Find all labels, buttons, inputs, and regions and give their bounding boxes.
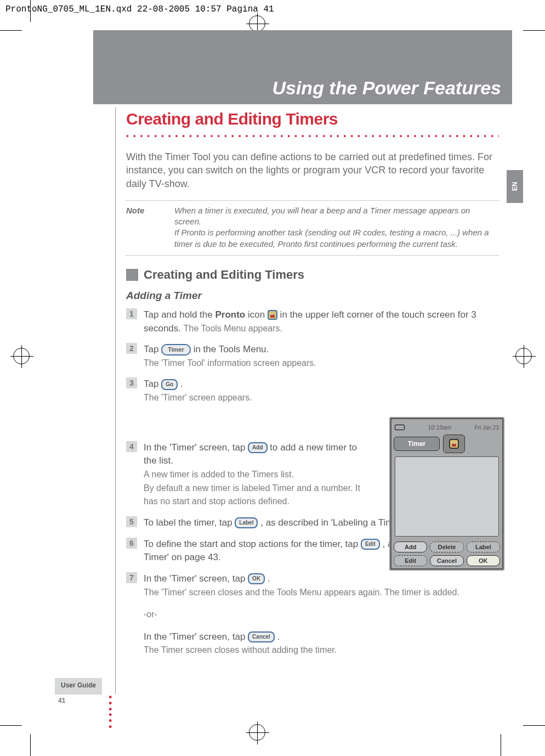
page-title: Creating and Editing Timers: [126, 110, 499, 128]
registration-mark: [249, 724, 265, 741]
step-text: Tap: [144, 344, 161, 354]
step-text: .: [277, 631, 280, 642]
registration-mark: [515, 348, 532, 364]
pronto-icon: [268, 310, 277, 320]
chapter-title: Using the Power Features: [272, 77, 501, 99]
step: 2 Tap Timer in the Tools Menu. The 'Time…: [126, 343, 499, 370]
screenshot-cancel-button: Cancel: [430, 555, 463, 566]
label-button-icon: Label: [235, 517, 258, 528]
file-slug: ProntoNG_0705_ML_1EN.qxd 22-08-2005 10:5…: [5, 4, 274, 14]
crop-mark: [30, 734, 31, 756]
step-subtext: The 'Timer' screen appears.: [144, 393, 252, 402]
step: 1 Tap and hold the Pronto icon in the up…: [126, 308, 499, 335]
screenshot-time: 10:19am: [428, 424, 451, 431]
crop-mark: [0, 30, 22, 31]
step-subtext: The 'Timer Tool' information screen appe…: [144, 358, 316, 368]
ok-button-icon: OK: [248, 573, 265, 584]
step-number: 7: [126, 572, 137, 583]
registration-mark: [249, 15, 265, 32]
crop-mark: [523, 30, 545, 31]
screenshot-delete-button: Delete: [430, 541, 463, 552]
crop-mark: [523, 725, 545, 726]
step-text: In the 'Timer' screen, tap: [144, 442, 248, 453]
screenshot-add-button: Add: [394, 541, 427, 552]
step-text: In the 'Timer' screen, tap: [144, 631, 248, 642]
step-text: To label the timer, tap: [144, 517, 235, 528]
step-number: 3: [126, 377, 137, 388]
add-button-icon: Add: [248, 442, 267, 453]
step-text: Tap and hold the: [144, 309, 215, 320]
section-title: Creating and Editing Timers: [144, 268, 304, 282]
step-text: Tap: [144, 379, 161, 389]
screenshot-date: Fri Jan 23: [475, 425, 499, 431]
left-rule: [115, 107, 116, 694]
step-text: .: [268, 573, 270, 584]
note-box: Note When a timer is executed, you will …: [126, 200, 499, 256]
go-button-icon: Go: [161, 379, 178, 390]
screenshot-ok-button: OK: [467, 555, 500, 566]
edit-button-icon: Edit: [361, 539, 380, 550]
step-text: To define the start and stop actions for…: [144, 539, 361, 549]
crop-mark: [0, 725, 22, 726]
margin-dots: • • • • • •: [109, 695, 112, 730]
step-text: In the 'Timer' screen, tap: [144, 573, 248, 584]
pronto-icon: [443, 435, 465, 453]
chapter-header: Using the Power Features: [93, 44, 512, 104]
step-number: 5: [126, 516, 137, 527]
header-grey-band: [93, 30, 512, 44]
timer-button-icon: Timer: [161, 344, 191, 356]
subsection-title: Adding a Timer: [126, 290, 499, 302]
step-subtext: The Timer screen closes without adding t…: [144, 645, 337, 655]
screenshot-body: [395, 456, 499, 537]
step-subtext: The 'Timer' screen closes and the Tools …: [144, 588, 459, 597]
language-tab: EN: [507, 170, 523, 203]
step-number: 1: [126, 308, 137, 319]
step-subtext: The Tools Menu appears.: [184, 324, 282, 333]
battery-icon: [395, 425, 405, 430]
step-number: 4: [126, 441, 137, 452]
step-text: icon: [245, 309, 268, 320]
step-subtext: By default a new timer is labeled Timer …: [144, 483, 360, 506]
section-marker: [126, 269, 138, 281]
cancel-button-icon: Cancel: [248, 631, 275, 642]
title-dots: • • • • • • • • • • • • • • • • • • • • …: [126, 132, 499, 140]
step: 7 In the 'Timer' screen, tap OK . The 'T…: [126, 572, 499, 657]
intro-paragraph: With the Timer Tool you can define actio…: [126, 150, 499, 190]
step-number: 6: [126, 538, 137, 549]
crop-mark: [501, 734, 501, 756]
note-text: When a timer is executed, you will hear …: [174, 206, 470, 226]
step-subtext: -or-: [144, 610, 157, 619]
step-subtext: A new timer is added to the Timers list.: [144, 470, 294, 479]
user-guide-label: User Guide: [55, 678, 102, 695]
step-text: .: [180, 379, 183, 389]
step: 3 Tap Go . The 'Timer' screen appears.: [126, 377, 499, 404]
registration-mark: [13, 348, 30, 364]
timer-screen-screenshot: 10:19am Fri Jan 23 Timer Add Delete Labe…: [389, 417, 504, 571]
page-number: 41: [58, 697, 65, 704]
screenshot-edit-button: Edit: [394, 555, 427, 566]
screenshot-label-button: Label: [467, 541, 500, 552]
screenshot-tab-timer: Timer: [394, 437, 440, 451]
note-label: Note: [126, 205, 159, 250]
step-text: Pronto: [215, 309, 245, 320]
step-text: in the Tools Menu.: [194, 344, 269, 354]
section-heading: Creating and Editing Timers: [126, 268, 499, 282]
note-text: If Pronto is performing another task (se…: [174, 228, 489, 248]
step-number: 2: [126, 343, 137, 354]
